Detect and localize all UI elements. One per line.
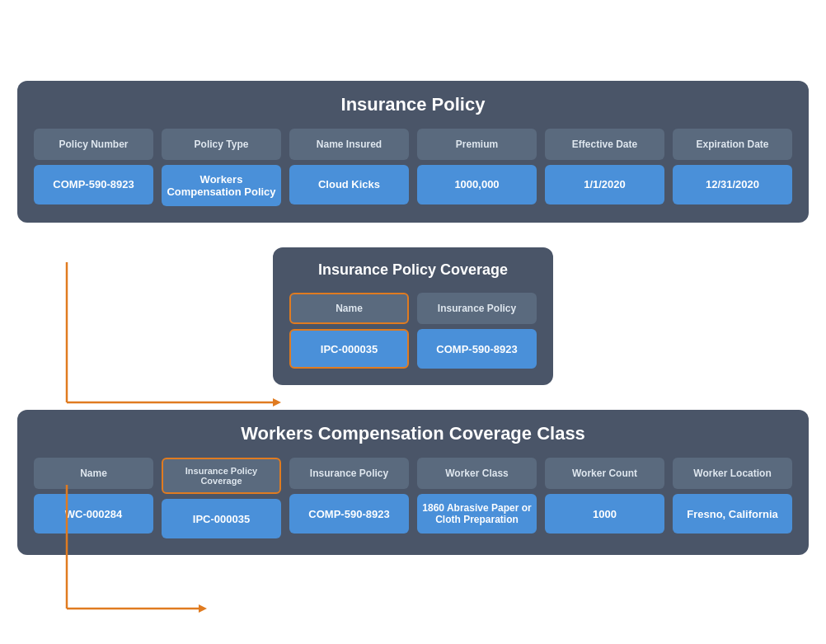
effective-date-value: 1/1/2020 [545,165,664,204]
wccc-worker-count-group: Worker Count 1000 [545,458,664,538]
wccc-worker-class-value: 1860 Abrasive Paper or Cloth Preparation [417,494,537,534]
insurance-policy-panel: Insurance Policy Policy Number COMP-590-… [17,81,809,223]
ipc-row: Insurance Policy Coverage Name IPC-00003… [17,247,809,385]
wccc-worker-location-value: Fresno, California [673,494,792,534]
policy-number-label: Policy Number [34,129,153,160]
policy-type-value: Workers Compensation Policy [162,165,281,206]
wccc-name-value: WC-000284 [34,494,153,534]
premium-value: 1000,000 [417,165,537,204]
wccc-insurance-policy-value: COMP-590-8923 [289,494,409,534]
wccc-worker-count-value: 1000 [545,494,664,534]
ipc-insurance-policy-label: Insurance Policy [417,293,537,324]
ipc-name-group: Name IPC-000035 [289,293,409,369]
wccc-fields: Name WC-000284 Insurance Policy Coverage… [34,458,792,538]
expiration-date-label: Expiration Date [673,129,792,160]
wccc-ipc-group: Insurance Policy Coverage IPC-000035 [162,458,281,538]
wccc-worker-count-label: Worker Count [545,458,664,489]
effective-date-label: Effective Date [545,129,664,160]
expiration-date-value: 12/31/2020 [673,165,792,204]
policy-type-label: Policy Type [162,129,281,160]
wccc-ipc-value: IPC-000035 [162,499,281,538]
premium-group: Premium 1000,000 [417,129,537,206]
ipc-title: Insurance Policy Coverage [289,261,537,280]
expiration-date-group: Expiration Date 12/31/2020 [673,129,792,206]
insurance-policy-title: Insurance Policy [34,94,792,115]
wccc-worker-class-group: Worker Class 1860 Abrasive Paper or Clot… [417,458,537,538]
diagram-container: Insurance Policy Policy Number COMP-590-… [17,81,809,563]
wccc-insurance-policy-label: Insurance Policy [289,458,409,489]
insurance-policy-fields: Policy Number COMP-590-8923 Policy Type … [34,129,792,206]
wccc-worker-class-label: Worker Class [417,458,537,489]
policy-number-group: Policy Number COMP-590-8923 [34,129,153,206]
effective-date-group: Effective Date 1/1/2020 [545,129,664,206]
wccc-name-group: Name WC-000284 [34,458,153,538]
wccc-worker-location-label: Worker Location [673,458,792,489]
wccc-insurance-policy-group: Insurance Policy COMP-590-8923 [289,458,409,538]
ipc-insurance-policy-group: Insurance Policy COMP-590-8923 [417,293,537,369]
wccc-name-label: Name [34,458,153,489]
wccc-panel: Workers Compensation Coverage Class Name… [17,410,809,555]
name-insured-value: Cloud Kicks [289,165,409,204]
ipc-fields: Name IPC-000035 Insurance Policy COMP-59… [289,293,537,369]
name-insured-label: Name Insured [289,129,409,160]
svg-marker-5 [199,604,207,613]
svg-marker-2 [273,398,281,407]
wccc-worker-location-group: Worker Location Fresno, California [673,458,792,538]
wccc-title: Workers Compensation Coverage Class [34,423,792,444]
wccc-ipc-label: Insurance Policy Coverage [162,458,281,494]
ipc-insurance-policy-value: COMP-590-8923 [417,329,537,369]
ipc-name-value: IPC-000035 [289,329,409,369]
premium-label: Premium [417,129,537,160]
name-insured-group: Name Insured Cloud Kicks [289,129,409,206]
policy-type-group: Policy Type Workers Compensation Policy [162,129,281,206]
ipc-name-label: Name [289,293,409,324]
ipc-panel: Insurance Policy Coverage Name IPC-00003… [273,247,553,385]
policy-number-value: COMP-590-8923 [34,165,153,204]
